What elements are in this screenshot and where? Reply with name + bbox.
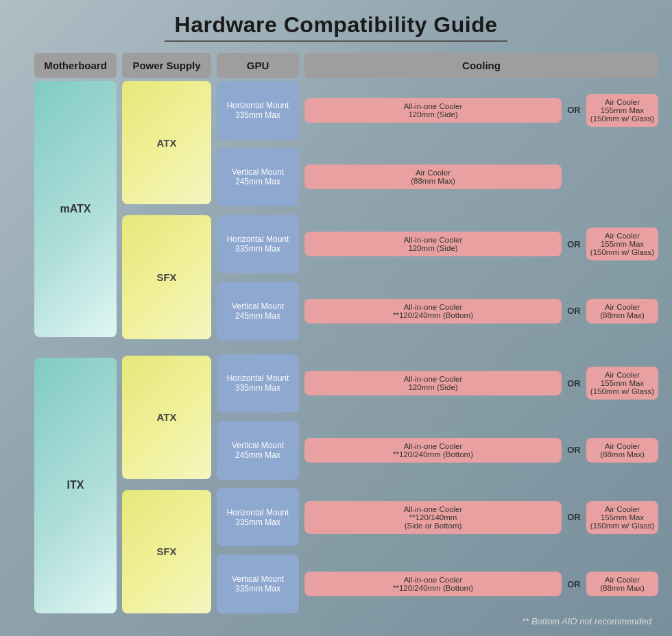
psu-block-sfx: SFX	[122, 490, 211, 613]
main-title: Hardware Compatibility Guide	[14, 12, 658, 38]
or-label: OR	[566, 512, 582, 522]
air-block: Air Cooler (88mm Max)	[586, 438, 658, 463]
gpu-block: Vertical Mount 245mm Max	[217, 282, 299, 341]
aio-block: All-in-one Cooler 120mm (Side)	[304, 232, 562, 256]
mb-col: mATXITX	[34, 81, 117, 613]
title-underline	[165, 40, 507, 42]
gpu-block: Vertical Mount 245mm Max	[217, 148, 299, 207]
cooling-row: Air Cooler (88mm Max)	[304, 148, 658, 207]
cooling-row: All-in-one Cooler **120/240mm (Bottom)OR…	[304, 282, 658, 341]
cooling-row: All-in-one Cooler **120/240mm (Bottom)OR…	[304, 421, 658, 480]
gpu-block: Horizontal Mount 335mm Max	[217, 215, 299, 273]
air-block: Air Cooler 155mm Max (150mm w/ Glass)	[586, 94, 658, 127]
col-header-gpu: GPU	[217, 53, 299, 78]
aio-block: All-in-one Cooler **120/140mm (Side or B…	[304, 501, 562, 534]
content-area: mATXITXATXSFXATXSFXHorizontal Mount 335m…	[14, 81, 658, 613]
or-label: OR	[566, 579, 582, 589]
psu-block-atx: ATX	[122, 356, 211, 479]
cooling-row: All-in-one Cooler 120mm (Side)ORAir Cool…	[304, 215, 658, 273]
footnote: ** Bottom AIO not recommended	[14, 613, 658, 629]
or-label: OR	[566, 105, 582, 115]
psu-block-atx: ATX	[122, 81, 211, 204]
air-block: Air Cooler (88mm Max)	[586, 572, 658, 596]
gpu-col: Horizontal Mount 335mm MaxVertical Mount…	[217, 81, 299, 613]
col-header-psu: Power Supply	[122, 53, 211, 78]
gpu-block: Vertical Mount 245mm Max	[217, 421, 299, 480]
air-block: Air Cooler (88mm Max)	[586, 299, 658, 323]
mb-block-matx: mATX	[34, 81, 117, 337]
gpu-block: Horizontal Mount 335mm Max	[217, 488, 299, 547]
title-section: Hardware Compatibility Guide	[14, 12, 658, 42]
header-row: Motherboard Power Supply GPU Cooling	[14, 53, 658, 78]
page-wrapper: Hardware Compatibility Guide Motherboard…	[0, 0, 672, 636]
gpu-block: Horizontal Mount 335mm Max	[217, 354, 299, 413]
aio-block: All-in-one Cooler 120mm (Side)	[304, 98, 562, 123]
or-label: OR	[566, 306, 582, 316]
col-header-motherboard: Motherboard	[34, 53, 117, 78]
aio-block: All-in-one Cooler **120/240mm (Bottom)	[304, 299, 562, 323]
cooling-row: All-in-one Cooler **120/240mm (Bottom)OR…	[304, 554, 658, 613]
aio-block: All-in-one Cooler 120mm (Side)	[304, 371, 562, 395]
col-header-cooling: Cooling	[304, 53, 658, 78]
or-label: OR	[566, 445, 582, 455]
cooling-row: All-in-one Cooler 120mm (Side)ORAir Cool…	[304, 354, 658, 413]
gpu-block: Horizontal Mount 335mm Max	[217, 81, 299, 140]
aio-block: Air Cooler (88mm Max)	[304, 164, 562, 189]
mb-block-itx: ITX	[34, 358, 117, 614]
cooling-col: All-in-one Cooler 120mm (Side)ORAir Cool…	[304, 81, 658, 613]
psu-col: ATXSFXATXSFX	[122, 81, 211, 613]
aio-block: All-in-one Cooler **120/240mm (Bottom)	[304, 438, 562, 463]
air-block: Air Cooler 155mm Max (150mm w/ Glass)	[586, 367, 658, 400]
aio-block: All-in-one Cooler **120/240mm (Bottom)	[304, 572, 562, 596]
cooling-row: All-in-one Cooler **120/140mm (Side or B…	[304, 488, 658, 547]
or-label: OR	[566, 239, 582, 249]
psu-block-sfx: SFX	[122, 215, 211, 339]
air-block: Air Cooler 155mm Max (150mm w/ Glass)	[586, 228, 658, 260]
gpu-block: Vertical Mount 335mm Max	[217, 554, 299, 613]
air-block: Air Cooler 155mm Max (150mm w/ Glass)	[586, 501, 658, 534]
or-label: OR	[566, 378, 582, 389]
cooling-row: All-in-one Cooler 120mm (Side)ORAir Cool…	[304, 81, 658, 140]
